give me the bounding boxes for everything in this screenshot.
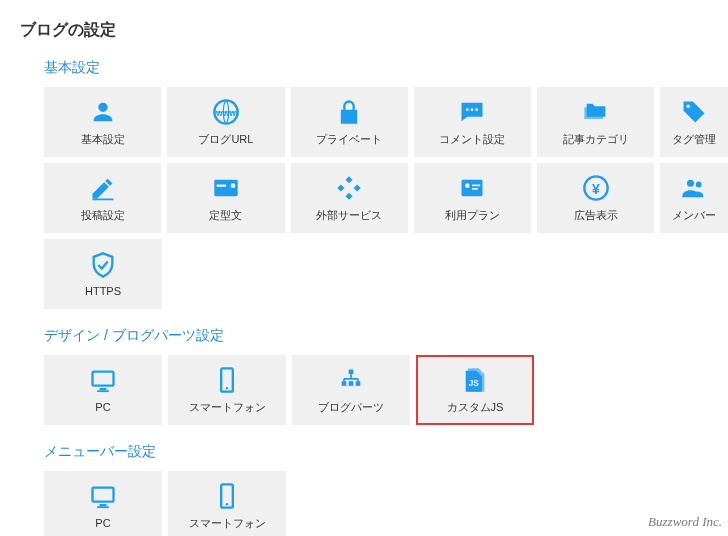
folders-icon [582, 98, 610, 126]
tile-label: 投稿設定 [81, 208, 125, 223]
tile-label: メンバー [672, 208, 716, 223]
tile-category[interactable]: 記事カテゴリ [537, 87, 654, 157]
parts-icon [337, 366, 365, 394]
svg-point-11 [465, 183, 470, 188]
external-icon [335, 174, 363, 202]
svg-text:¥: ¥ [592, 180, 600, 196]
svg-point-17 [696, 181, 702, 187]
tile-blog-parts[interactable]: ブログパーツ [292, 355, 410, 425]
tile-label: タグ管理 [672, 132, 716, 147]
edit-icon [89, 174, 117, 202]
svg-point-16 [687, 179, 694, 186]
tile-menubar-pc[interactable]: PC [44, 471, 162, 536]
section-design: デザイン / ブログパーツ設定 PC スマートフォン ブログパーツ [20, 327, 728, 425]
svg-rect-24 [349, 381, 354, 386]
svg-rect-12 [472, 184, 480, 186]
tile-label: 外部サービス [316, 208, 382, 223]
svg-point-5 [687, 104, 691, 108]
tile-label: カスタムJS [447, 400, 504, 415]
lock-icon [335, 98, 363, 126]
svg-point-3 [471, 108, 474, 111]
svg-rect-19 [100, 388, 107, 390]
footer-brand: Buzzword Inc. [648, 514, 722, 530]
tile-label: ブログパーツ [318, 400, 384, 415]
svg-rect-23 [342, 381, 347, 386]
tile-label: 基本設定 [81, 132, 125, 147]
tile-menubar-phone[interactable]: スマートフォン [168, 471, 286, 536]
svg-rect-29 [100, 504, 107, 506]
tile-custom-js[interactable]: JS カスタムJS [416, 355, 534, 425]
phone-icon [213, 366, 241, 394]
page-title: ブログの設定 [20, 20, 728, 41]
tile-label: PC [95, 401, 110, 413]
tile-label: PC [95, 517, 110, 529]
tile-label: コメント設定 [439, 132, 505, 147]
section-basic: 基本設定 基本設定 WWW ブログURL プライベート [20, 59, 728, 309]
shield-icon [89, 251, 117, 279]
card-icon [212, 174, 240, 202]
tile-label: プライベート [316, 132, 382, 147]
person-icon [89, 98, 117, 126]
svg-rect-20 [97, 390, 109, 392]
tile-label: 定型文 [209, 208, 242, 223]
section-menubar-title: メニューバー設定 [44, 443, 728, 461]
tile-label: 広告表示 [574, 208, 618, 223]
section-basic-title: 基本設定 [44, 59, 728, 77]
tile-basic-settings[interactable]: 基本設定 [44, 87, 161, 157]
svg-rect-18 [93, 372, 114, 386]
svg-rect-8 [217, 184, 226, 186]
tile-template-text[interactable]: 定型文 [167, 163, 284, 233]
svg-point-32 [226, 503, 228, 505]
svg-rect-25 [356, 381, 361, 386]
phone-icon [213, 482, 241, 510]
svg-point-9 [231, 183, 236, 188]
svg-point-22 [226, 387, 228, 389]
plan-icon [458, 174, 486, 202]
comment-icon [458, 98, 486, 126]
tile-tag[interactable]: タグ管理 [660, 87, 728, 157]
svg-rect-30 [97, 506, 109, 508]
www-icon: WWW [212, 98, 240, 126]
tile-design-pc[interactable]: PC [44, 355, 162, 425]
svg-point-2 [466, 108, 469, 111]
tile-label: スマートフォン [189, 516, 266, 531]
tile-design-phone[interactable]: スマートフォン [168, 355, 286, 425]
tile-comment-settings[interactable]: コメント設定 [414, 87, 531, 157]
js-icon: JS [461, 366, 489, 394]
tile-label: スマートフォン [189, 400, 266, 415]
tile-label: 利用プラン [445, 208, 500, 223]
svg-rect-26 [349, 369, 354, 374]
svg-rect-6 [92, 198, 113, 200]
svg-rect-7 [214, 179, 237, 195]
section-design-title: デザイン / ブログパーツ設定 [44, 327, 728, 345]
tile-label: HTTPS [85, 285, 121, 297]
svg-text:JS: JS [469, 378, 480, 387]
tile-post-settings[interactable]: 投稿設定 [44, 163, 161, 233]
tile-external-service[interactable]: 外部サービス [291, 163, 408, 233]
tile-label: 記事カテゴリ [563, 132, 629, 147]
members-icon [680, 174, 708, 202]
yen-icon: ¥ [582, 174, 610, 202]
monitor-icon [89, 483, 117, 511]
tile-blog-url[interactable]: WWW ブログURL [167, 87, 284, 157]
tile-private[interactable]: プライベート [291, 87, 408, 157]
svg-text:WWW: WWW [216, 109, 236, 116]
monitor-icon [89, 367, 117, 395]
tile-label: ブログURL [198, 132, 253, 147]
svg-rect-28 [93, 488, 114, 502]
tile-https[interactable]: HTTPS [44, 239, 162, 309]
section-menubar: メニューバー設定 PC スマートフォン [20, 443, 728, 536]
tile-plan[interactable]: 利用プラン [414, 163, 531, 233]
svg-point-4 [476, 108, 479, 111]
tile-ads[interactable]: ¥ 広告表示 [537, 163, 654, 233]
tile-members[interactable]: メンバー [660, 163, 728, 233]
tag-icon [680, 98, 708, 126]
svg-rect-13 [472, 188, 478, 190]
